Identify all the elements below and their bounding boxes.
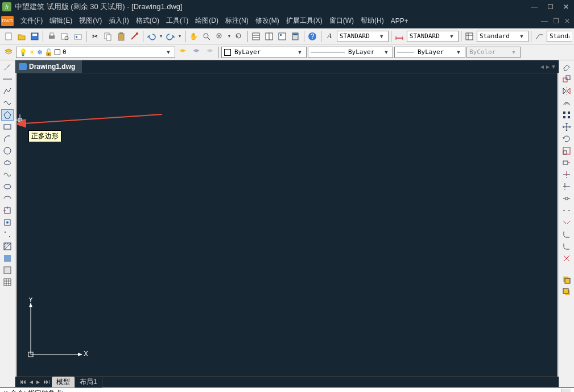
ellipse-arc-button[interactable] [1, 193, 14, 204]
drawing-canvas[interactable]: 正多边形 X Y [16, 73, 558, 377]
tool-palettes-button[interactable] [276, 30, 288, 43]
offset-button[interactable] [560, 97, 573, 109]
menu-format[interactable]: 格式(O) [133, 16, 163, 26]
new-button[interactable] [2, 30, 14, 43]
menu-ext-tools[interactable]: 扩展工具(X) [283, 16, 326, 26]
table-button[interactable] [1, 277, 14, 288]
layer-iso-button[interactable] [204, 46, 216, 59]
table-style-combo[interactable]: Standard▼ [477, 31, 528, 42]
menu-modify[interactable]: 修改(M) [252, 16, 283, 26]
menu-window[interactable]: 窗口(W) [326, 16, 357, 26]
close-button[interactable]: ✕ [560, 2, 572, 12]
polyline-button[interactable] [1, 85, 14, 97]
array-button[interactable] [560, 109, 573, 121]
zoom-dropdown[interactable] [227, 30, 232, 43]
mleader-style-icon[interactable] [534, 30, 546, 43]
chamfer-button[interactable] [560, 229, 573, 240]
properties-button[interactable] [250, 30, 262, 43]
draw-order-back-button[interactable] [560, 286, 573, 298]
dim-style-icon[interactable] [394, 30, 406, 43]
menu-view[interactable]: 视图(V) [76, 16, 105, 26]
point-button[interactable] [1, 229, 14, 240]
help-button[interactable]: ? [307, 30, 319, 43]
redo-dropdown[interactable] [177, 30, 183, 43]
paste-button[interactable] [115, 30, 127, 43]
rectangle-button[interactable] [1, 121, 14, 133]
menu-file[interactable]: 文件(F) [17, 16, 46, 26]
pan-button[interactable]: ✋ [188, 30, 200, 43]
rotate-button[interactable] [560, 133, 573, 145]
tab-list-button[interactable]: ▾ [552, 63, 555, 71]
menu-insert[interactable]: 插入(I) [105, 16, 132, 26]
extend-button[interactable] [560, 181, 573, 192]
polyline-3d-button[interactable] [1, 97, 14, 109]
lineweight-combo[interactable]: ByLayer▼ [394, 47, 465, 58]
stretch-button[interactable] [560, 157, 573, 168]
mleader-style-combo[interactable]: Standa [547, 31, 572, 42]
open-button[interactable] [15, 30, 27, 43]
make-block-button[interactable] [1, 217, 14, 228]
publish-button[interactable] [72, 30, 84, 43]
print-preview-button[interactable] [59, 30, 71, 43]
document-tab-active[interactable]: Drawing1.dwg [15, 60, 82, 73]
color-combo[interactable]: ByLayer▼ [221, 47, 307, 58]
command-history-close-icon[interactable]: ✕ [3, 389, 10, 392]
ellipse-button[interactable] [1, 181, 14, 192]
region-button[interactable] [1, 265, 14, 276]
dim-style-combo[interactable]: STANDARD▼ [407, 31, 459, 42]
menu-dimension[interactable]: 标注(N) [222, 16, 252, 26]
scrollbar-vertical[interactable] [561, 389, 571, 392]
print-button[interactable] [46, 30, 57, 43]
join-button[interactable] [560, 217, 573, 228]
circle-button[interactable] [1, 145, 14, 156]
layer-state-button[interactable] [190, 46, 203, 59]
match-properties-button[interactable] [128, 30, 140, 43]
spline-button[interactable] [1, 169, 14, 180]
mirror-button[interactable] [560, 85, 573, 97]
erase-button[interactable] [560, 61, 573, 73]
explode-button[interactable] [560, 253, 573, 264]
hatch-button[interactable] [1, 241, 14, 252]
scale-button[interactable] [560, 145, 573, 156]
menu-tools[interactable]: 工具(T) [163, 16, 192, 26]
line-button[interactable] [1, 61, 14, 73]
undo-button[interactable] [145, 30, 157, 43]
menu-draw[interactable]: 绘图(D) [192, 16, 222, 26]
calculator-button[interactable] [290, 30, 302, 43]
save-button[interactable] [28, 30, 40, 43]
text-style-icon[interactable]: A [324, 30, 336, 43]
menu-app-plus[interactable]: APP+ [387, 17, 412, 25]
layout-next-button[interactable]: ▸ [35, 378, 42, 386]
draw-order-front-button[interactable] [560, 274, 573, 286]
arc-button[interactable] [1, 133, 14, 145]
construction-line-button[interactable] [1, 73, 14, 85]
gradient-button[interactable] [1, 253, 14, 264]
maximize-button[interactable]: ☐ [544, 2, 556, 12]
copy-button[interactable] [102, 30, 114, 43]
break-button[interactable] [560, 205, 573, 216]
zoom-realtime-button[interactable] [201, 30, 213, 43]
layer-previous-button[interactable] [176, 46, 189, 59]
redo-button[interactable] [164, 30, 176, 43]
text-style-combo[interactable]: STANDARD▼ [337, 31, 389, 42]
insert-block-button[interactable] [1, 205, 14, 216]
layout-prev-button[interactable]: ◂ [28, 378, 35, 386]
revision-cloud-button[interactable] [1, 157, 14, 168]
minimize-button[interactable]: — [528, 2, 540, 12]
tab-layout1[interactable]: 布局1 [75, 377, 102, 387]
linetype-combo[interactable]: ByLayer▼ [308, 47, 393, 58]
cut-button[interactable]: ✂ [89, 30, 101, 43]
fillet-button[interactable] [560, 241, 573, 252]
layout-first-button[interactable]: ⏮ [18, 378, 28, 386]
doc-minimize-button[interactable]: — [539, 16, 550, 26]
polygon-button[interactable] [1, 109, 14, 121]
break-at-point-button[interactable] [560, 193, 573, 204]
tab-next-button[interactable]: ▸ [546, 63, 550, 71]
layer-combo[interactable]: 💡 ☀ ❄ 🔓 0▼ [16, 47, 175, 58]
menu-edit[interactable]: 编辑(E) [46, 16, 76, 26]
undo-dropdown[interactable] [159, 30, 164, 43]
layer-manager-button[interactable] [2, 46, 15, 59]
menu-help[interactable]: 帮助(H) [357, 16, 387, 26]
table-style-icon[interactable] [464, 30, 476, 43]
zoom-previous-button[interactable] [233, 30, 245, 43]
